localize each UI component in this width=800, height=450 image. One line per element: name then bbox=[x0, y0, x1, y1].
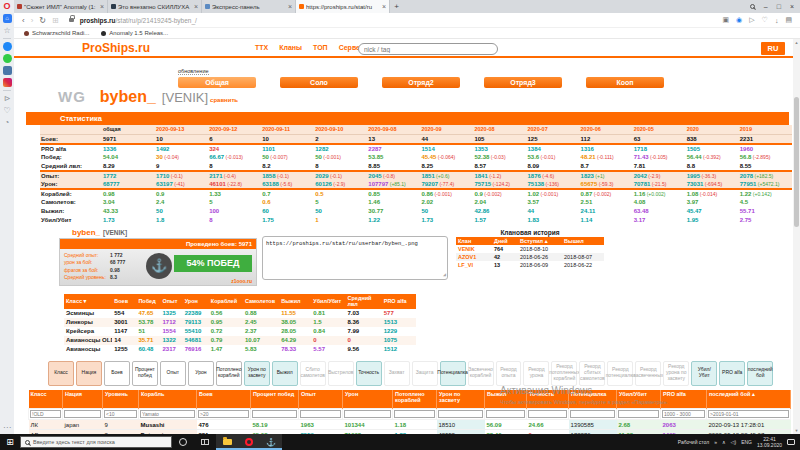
column-header[interactable]: PRO alfa bbox=[661, 390, 707, 409]
account-icon[interactable]: ◉ bbox=[736, 16, 742, 24]
filter-chip[interactable]: Процент побед bbox=[132, 361, 158, 386]
cortana-button[interactable] bbox=[172, 434, 194, 450]
column-header[interactable]: Нация bbox=[63, 390, 103, 409]
column-header[interactable]: 2020-06 bbox=[580, 125, 633, 134]
clock[interactable]: 22:41 13.09.2020 bbox=[757, 436, 782, 448]
column-filter-input[interactable] bbox=[300, 410, 341, 418]
column-filter-input[interactable] bbox=[486, 410, 525, 418]
column-filter-input[interactable] bbox=[662, 410, 705, 418]
column-header[interactable]: 2020-09-12 bbox=[208, 125, 261, 134]
filter-chip[interactable]: Защита bbox=[412, 361, 438, 386]
column-header[interactable]: Опыт bbox=[299, 390, 343, 409]
filter-chip[interactable]: Опыт bbox=[160, 361, 186, 386]
filter-chip[interactable]: PRO alfa bbox=[719, 361, 745, 386]
tab-close-icon[interactable]: × bbox=[194, 3, 198, 10]
column-header[interactable]: Класс bbox=[29, 390, 63, 409]
mode-tab[interactable]: Кооп bbox=[586, 77, 664, 88]
column-filter-input[interactable] bbox=[570, 410, 615, 418]
column-filter-input[interactable] bbox=[140, 410, 195, 418]
window-close-button[interactable]: × bbox=[790, 3, 794, 10]
filter-chip[interactable]: Нация bbox=[76, 361, 102, 386]
filter-chip[interactable]: Рекорд опыта bbox=[496, 361, 522, 386]
heart-icon[interactable]: ♡ bbox=[3, 106, 12, 115]
column-filter-input[interactable] bbox=[618, 410, 659, 418]
filter-chip[interactable]: Рекорд потенциалки bbox=[607, 361, 633, 386]
start-button[interactable]: ⊞ bbox=[0, 437, 20, 447]
column-filter-input[interactable] bbox=[394, 410, 435, 418]
tab-close-icon[interactable]: × bbox=[288, 3, 292, 10]
hidden-icons-chevron[interactable]: ∧ bbox=[722, 439, 726, 445]
column-header[interactable]: Выжил bbox=[485, 390, 527, 409]
column-header[interactable]: Убил/Убит bbox=[311, 294, 345, 309]
column-header[interactable]: Побед bbox=[136, 294, 160, 309]
browser-tab[interactable]: Экспресс-панель× bbox=[202, 0, 296, 13]
bookmark-heart-icon[interactable]: ♡ bbox=[762, 16, 768, 24]
filter-chip[interactable]: последний бой bbox=[747, 361, 773, 386]
tab-search-icon[interactable] bbox=[750, 4, 755, 9]
column-header[interactable]: Боев bbox=[197, 390, 251, 409]
filter-chip[interactable]: Захват bbox=[384, 361, 410, 386]
filter-chip[interactable]: Класс bbox=[48, 361, 74, 386]
filter-chip[interactable]: Сбито самолетов bbox=[300, 361, 326, 386]
column-filter-input[interactable] bbox=[198, 410, 249, 418]
filter-chip[interactable]: Рекорд сбитых самолетов bbox=[579, 361, 605, 386]
forward-button[interactable]: › bbox=[31, 16, 34, 25]
filter-chip[interactable]: Рекорд урона по засвету bbox=[663, 361, 689, 386]
column-filter-input[interactable] bbox=[104, 410, 137, 418]
column-header[interactable]: Самолетов bbox=[243, 294, 279, 309]
filter-chip[interactable]: Урон по засвету bbox=[244, 361, 270, 386]
column-header[interactable]: Корабль bbox=[139, 390, 197, 409]
snapshot-icon[interactable]: ▣ bbox=[722, 16, 729, 24]
filter-chip[interactable]: Потенциалка bbox=[440, 361, 466, 386]
bookmark-item[interactable]: Schwarzschild Radi... bbox=[24, 30, 89, 36]
opera-taskbar-button[interactable] bbox=[238, 434, 260, 450]
file-explorer-button[interactable] bbox=[216, 434, 238, 450]
task-view-button[interactable] bbox=[194, 434, 216, 450]
column-header[interactable] bbox=[40, 125, 102, 134]
column-header[interactable]: Потенциалка bbox=[569, 390, 617, 409]
bookmarks-star-icon[interactable]: ☆ bbox=[3, 26, 12, 35]
column-header[interactable]: Вступил ▴ bbox=[518, 237, 562, 245]
scroll-down-icon[interactable]: ▼ bbox=[795, 427, 799, 434]
column-header[interactable]: 2020 bbox=[686, 125, 739, 134]
column-header[interactable]: Процент побед bbox=[251, 390, 299, 409]
column-header[interactable]: 2020-05 bbox=[633, 125, 686, 134]
scrollbar-thumb[interactable] bbox=[794, 97, 799, 227]
column-filter-input[interactable] bbox=[344, 410, 391, 418]
desktop-chevrons-icon[interactable]: » bbox=[714, 439, 717, 445]
address-url[interactable]: proships.ru/stat/ru/p/21419245-byben_/ bbox=[80, 17, 197, 24]
filter-chip[interactable]: Урон bbox=[188, 361, 214, 386]
column-header[interactable]: Потоплено кораблей bbox=[393, 390, 437, 409]
mode-tab[interactable]: Отряд3 bbox=[484, 77, 562, 88]
vk-icon[interactable] bbox=[3, 66, 12, 75]
column-header[interactable]: Урон по засвету bbox=[437, 390, 485, 409]
whatsapp-icon[interactable] bbox=[3, 54, 12, 63]
history-icon[interactable]: ◔ bbox=[3, 118, 12, 127]
column-header[interactable]: 2020-09-11 bbox=[261, 125, 314, 134]
reload-button[interactable]: ↻ bbox=[39, 16, 46, 25]
column-header[interactable]: Средний лвл bbox=[346, 294, 382, 309]
filter-chip[interactable]: Выстрелов bbox=[328, 361, 354, 386]
new-tab-button[interactable]: + bbox=[390, 0, 403, 13]
column-header[interactable]: 2020-07 bbox=[527, 125, 580, 134]
action-center-icon[interactable] bbox=[787, 439, 795, 445]
filter-chip[interactable]: Рекорд потопленных кораблей bbox=[551, 361, 577, 386]
browser-tab[interactable]: "Сюжет ИМЛ" Anomaly (1:× bbox=[14, 0, 108, 13]
speed-dial-grid-icon[interactable]: ⊞ bbox=[52, 16, 59, 25]
panels-icon[interactable]: ▤ bbox=[785, 16, 792, 24]
filter-chip[interactable]: Боев bbox=[104, 361, 130, 386]
minimize-button[interactable]: – bbox=[764, 3, 768, 10]
column-filter-input[interactable] bbox=[252, 410, 297, 418]
column-header[interactable]: Клан bbox=[456, 237, 492, 245]
compare-link[interactable]: сравнить bbox=[210, 97, 238, 103]
back-button[interactable]: ‹ bbox=[22, 16, 25, 25]
column-filter-input[interactable] bbox=[528, 410, 567, 418]
desktop-toolbar-label[interactable]: Рабочий стол bbox=[678, 439, 709, 445]
speed-dial-icon[interactable]: ⌂ bbox=[3, 14, 12, 23]
taskbar-search[interactable]: Введите здесь текст для поиска bbox=[20, 436, 172, 448]
more-icon[interactable]: ⋯ bbox=[3, 423, 12, 432]
mode-tab[interactable]: Общая bbox=[178, 77, 256, 88]
update-label[interactable]: обновление bbox=[178, 68, 209, 75]
mode-tab[interactable]: Соло bbox=[280, 77, 358, 88]
column-header[interactable]: последний бой ▴ bbox=[707, 390, 791, 409]
